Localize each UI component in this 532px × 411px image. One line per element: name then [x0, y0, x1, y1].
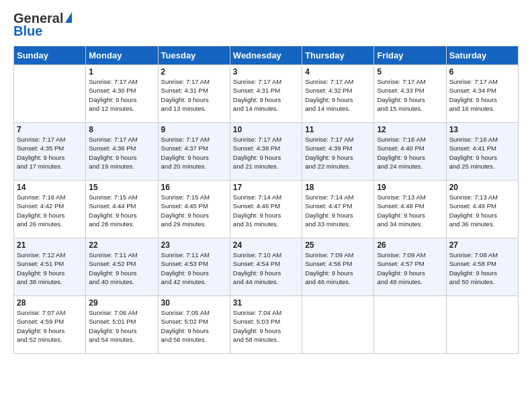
day-number: 1 — [89, 67, 154, 77]
cell-details: Sunrise: 7:17 AM Sunset: 4:34 PM Dayligh… — [449, 77, 515, 113]
day-number: 3 — [233, 67, 299, 77]
day-number: 15 — [89, 183, 154, 192]
cell-details: Sunrise: 7:17 AM Sunset: 4:33 PM Dayligh… — [377, 77, 443, 113]
header: General Blue — [13, 11, 519, 39]
cell-details: Sunrise: 7:17 AM Sunset: 4:36 PM Dayligh… — [89, 135, 154, 171]
calendar-cell: 10Sunrise: 7:17 AM Sunset: 4:38 PM Dayli… — [230, 123, 302, 181]
day-number: 2 — [161, 67, 227, 77]
calendar-row: 1Sunrise: 7:17 AM Sunset: 4:30 PM Daylig… — [14, 65, 519, 123]
day-number: 11 — [305, 125, 371, 134]
cell-details: Sunrise: 7:17 AM Sunset: 4:31 PM Dayligh… — [233, 77, 299, 113]
logo: General Blue — [13, 11, 72, 39]
calendar-cell: 21Sunrise: 7:12 AM Sunset: 4:51 PM Dayli… — [14, 238, 86, 296]
cell-details: Sunrise: 7:09 AM Sunset: 4:57 PM Dayligh… — [377, 250, 443, 286]
calendar-cell: 16Sunrise: 7:15 AM Sunset: 4:45 PM Dayli… — [158, 181, 230, 238]
calendar-cell: 6Sunrise: 7:17 AM Sunset: 4:34 PM Daylig… — [446, 65, 518, 123]
calendar-cell: 9Sunrise: 7:17 AM Sunset: 4:37 PM Daylig… — [158, 123, 230, 181]
calendar-cell — [302, 296, 374, 354]
logo-blue: Blue — [13, 24, 42, 39]
calendar-cell: 7Sunrise: 7:17 AM Sunset: 4:35 PM Daylig… — [14, 123, 86, 181]
day-number: 31 — [233, 298, 299, 308]
day-number: 23 — [161, 240, 227, 250]
calendar-cell: 11Sunrise: 7:17 AM Sunset: 4:39 PM Dayli… — [302, 123, 374, 181]
calendar-cell: 29Sunrise: 7:06 AM Sunset: 5:01 PM Dayli… — [86, 296, 158, 354]
calendar-cell: 2Sunrise: 7:17 AM Sunset: 4:31 PM Daylig… — [158, 65, 230, 123]
day-number: 18 — [305, 183, 371, 192]
day-number: 27 — [449, 240, 515, 250]
day-number: 13 — [449, 125, 515, 134]
calendar-cell: 19Sunrise: 7:13 AM Sunset: 4:48 PM Dayli… — [374, 181, 446, 238]
calendar-cell: 23Sunrise: 7:11 AM Sunset: 4:53 PM Dayli… — [158, 238, 230, 296]
cell-details: Sunrise: 7:11 AM Sunset: 4:53 PM Dayligh… — [161, 250, 227, 286]
calendar-cell: 12Sunrise: 7:16 AM Sunset: 4:40 PM Dayli… — [374, 123, 446, 181]
weekday-header-wednesday: Wednesday — [230, 46, 302, 65]
calendar-header-row: SundayMondayTuesdayWednesdayThursdayFrid… — [14, 46, 519, 65]
calendar-cell — [14, 65, 86, 123]
cell-details: Sunrise: 7:08 AM Sunset: 4:58 PM Dayligh… — [449, 250, 515, 286]
day-number: 9 — [161, 125, 227, 134]
page: General Blue SundayMondayTuesdayWednesda… — [0, 0, 532, 411]
cell-details: Sunrise: 7:13 AM Sunset: 4:48 PM Dayligh… — [377, 193, 443, 228]
cell-details: Sunrise: 7:17 AM Sunset: 4:35 PM Dayligh… — [17, 135, 83, 171]
calendar-table: SundayMondayTuesdayWednesdayThursdayFrid… — [13, 46, 519, 354]
day-number: 20 — [449, 183, 515, 192]
day-number: 7 — [17, 125, 83, 134]
calendar-cell: 1Sunrise: 7:17 AM Sunset: 4:30 PM Daylig… — [86, 65, 158, 123]
calendar-cell: 8Sunrise: 7:17 AM Sunset: 4:36 PM Daylig… — [86, 123, 158, 181]
day-number: 29 — [89, 298, 154, 308]
day-number: 22 — [89, 240, 154, 250]
calendar-row: 14Sunrise: 7:16 AM Sunset: 4:42 PM Dayli… — [14, 181, 519, 238]
day-number: 8 — [89, 125, 154, 134]
calendar-cell: 14Sunrise: 7:16 AM Sunset: 4:42 PM Dayli… — [14, 181, 86, 238]
day-number: 16 — [161, 183, 227, 192]
cell-details: Sunrise: 7:17 AM Sunset: 4:39 PM Dayligh… — [305, 135, 371, 171]
calendar-cell: 5Sunrise: 7:17 AM Sunset: 4:33 PM Daylig… — [374, 65, 446, 123]
weekday-header-tuesday: Tuesday — [158, 46, 230, 65]
calendar-cell: 26Sunrise: 7:09 AM Sunset: 4:57 PM Dayli… — [374, 238, 446, 296]
calendar-cell — [446, 296, 518, 354]
calendar-cell: 20Sunrise: 7:13 AM Sunset: 4:49 PM Dayli… — [446, 181, 518, 238]
calendar-cell: 4Sunrise: 7:17 AM Sunset: 4:32 PM Daylig… — [302, 65, 374, 123]
cell-details: Sunrise: 7:17 AM Sunset: 4:32 PM Dayligh… — [305, 77, 371, 113]
weekday-header-saturday: Saturday — [446, 46, 518, 65]
cell-details: Sunrise: 7:12 AM Sunset: 4:51 PM Dayligh… — [17, 250, 83, 286]
day-number: 28 — [17, 298, 83, 308]
day-number: 14 — [17, 183, 83, 192]
calendar-cell — [374, 296, 446, 354]
weekday-header-thursday: Thursday — [302, 46, 374, 65]
day-number: 5 — [377, 67, 443, 77]
calendar-cell: 17Sunrise: 7:14 AM Sunset: 4:46 PM Dayli… — [230, 181, 302, 238]
weekday-header-monday: Monday — [86, 46, 158, 65]
calendar-cell: 13Sunrise: 7:16 AM Sunset: 4:41 PM Dayli… — [446, 123, 518, 181]
day-number: 25 — [305, 240, 371, 250]
cell-details: Sunrise: 7:17 AM Sunset: 4:37 PM Dayligh… — [161, 135, 227, 171]
cell-details: Sunrise: 7:13 AM Sunset: 4:49 PM Dayligh… — [449, 193, 515, 228]
cell-details: Sunrise: 7:17 AM Sunset: 4:38 PM Dayligh… — [233, 135, 299, 171]
calendar-cell: 31Sunrise: 7:04 AM Sunset: 5:03 PM Dayli… — [230, 296, 302, 354]
cell-details: Sunrise: 7:15 AM Sunset: 4:45 PM Dayligh… — [161, 193, 227, 228]
cell-details: Sunrise: 7:14 AM Sunset: 4:46 PM Dayligh… — [233, 193, 299, 228]
day-number: 10 — [233, 125, 299, 134]
cell-details: Sunrise: 7:09 AM Sunset: 4:56 PM Dayligh… — [305, 250, 371, 286]
weekday-header-friday: Friday — [374, 46, 446, 65]
day-number: 30 — [161, 298, 227, 308]
cell-details: Sunrise: 7:16 AM Sunset: 4:42 PM Dayligh… — [17, 193, 83, 228]
cell-details: Sunrise: 7:16 AM Sunset: 4:40 PM Dayligh… — [377, 135, 443, 171]
cell-details: Sunrise: 7:10 AM Sunset: 4:54 PM Dayligh… — [233, 250, 299, 286]
day-number: 26 — [377, 240, 443, 250]
cell-details: Sunrise: 7:17 AM Sunset: 4:31 PM Dayligh… — [161, 77, 227, 113]
cell-details: Sunrise: 7:04 AM Sunset: 5:03 PM Dayligh… — [233, 308, 299, 344]
cell-details: Sunrise: 7:11 AM Sunset: 4:52 PM Dayligh… — [89, 250, 154, 286]
calendar-cell: 24Sunrise: 7:10 AM Sunset: 4:54 PM Dayli… — [230, 238, 302, 296]
day-number: 24 — [233, 240, 299, 250]
cell-details: Sunrise: 7:07 AM Sunset: 4:59 PM Dayligh… — [17, 308, 83, 344]
calendar-row: 21Sunrise: 7:12 AM Sunset: 4:51 PM Dayli… — [14, 238, 519, 296]
calendar-cell: 27Sunrise: 7:08 AM Sunset: 4:58 PM Dayli… — [446, 238, 518, 296]
calendar-cell: 28Sunrise: 7:07 AM Sunset: 4:59 PM Dayli… — [14, 296, 86, 354]
cell-details: Sunrise: 7:16 AM Sunset: 4:41 PM Dayligh… — [449, 135, 515, 171]
day-number: 12 — [377, 125, 443, 134]
logo-triangle-icon — [65, 12, 72, 23]
calendar-cell: 18Sunrise: 7:14 AM Sunset: 4:47 PM Dayli… — [302, 181, 374, 238]
day-number: 19 — [377, 183, 443, 192]
cell-details: Sunrise: 7:06 AM Sunset: 5:01 PM Dayligh… — [89, 308, 154, 344]
